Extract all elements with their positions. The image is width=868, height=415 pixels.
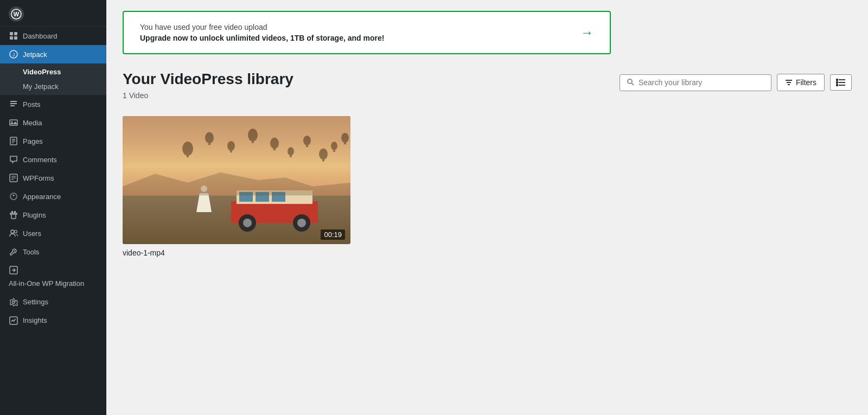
sidebar-header: W xyxy=(0,0,106,27)
library-header: Your VideoPress library 1 Video xyxy=(123,71,852,100)
svg-rect-33 xyxy=(837,79,838,81)
main-content: You have used your free video upload Upg… xyxy=(106,0,868,415)
pages-label: Pages xyxy=(23,137,43,145)
banner-line2: Upgrade now to unlock unlimited videos, … xyxy=(140,34,384,42)
banner-line1: You have used your free video upload xyxy=(140,23,384,31)
upgrade-banner-text: You have used your free video upload Upg… xyxy=(140,23,384,42)
library-title: Your VideoPress library xyxy=(123,71,293,88)
wpforms-label: WPForms xyxy=(23,174,54,182)
insights-icon xyxy=(9,316,18,325)
video-name: video-1-mp4 xyxy=(123,248,350,257)
jetpack-label: Jetpack xyxy=(23,50,47,59)
users-icon xyxy=(9,228,18,238)
svg-point-21 xyxy=(15,231,17,233)
video-thumbnail-canvas xyxy=(123,116,350,244)
video-card[interactable]: 00:19 video-1-mp4 xyxy=(123,116,350,257)
svg-rect-4 xyxy=(10,36,13,40)
nav-tools[interactable]: Tools xyxy=(0,242,106,261)
search-input[interactable] xyxy=(639,78,764,87)
search-box[interactable] xyxy=(620,74,771,91)
svg-point-20 xyxy=(11,230,14,233)
svg-rect-5 xyxy=(14,36,17,40)
nav-all-in-one[interactable]: All-in-One WP Migration xyxy=(0,261,106,293)
media-icon xyxy=(9,118,18,127)
svg-rect-34 xyxy=(837,82,838,84)
filters-button[interactable]: Filters xyxy=(777,74,825,91)
nav-posts[interactable]: Posts xyxy=(0,95,106,113)
view-toggle-button[interactable] xyxy=(830,74,852,91)
insights-label: Insights xyxy=(23,316,47,324)
nav-videopress[interactable]: VideoPress xyxy=(0,65,106,79)
plugins-label: Plugins xyxy=(23,211,46,219)
dashboard-icon xyxy=(9,31,18,41)
settings-label: Settings xyxy=(23,298,48,306)
nav-users[interactable]: Users xyxy=(0,224,106,242)
svg-rect-3 xyxy=(14,32,17,35)
nav-plugins[interactable]: Plugins xyxy=(0,206,106,224)
sidebar: W Dashboard J Jetpack VideoPress My Jetp… xyxy=(0,0,106,415)
library-count: 1 Video xyxy=(123,91,293,100)
nav-wpforms[interactable]: WPForms xyxy=(0,169,106,187)
nav-comments[interactable]: Comments xyxy=(0,150,106,169)
svg-rect-2 xyxy=(10,32,13,35)
list-view-icon xyxy=(836,79,846,86)
media-label: Media xyxy=(23,119,42,127)
filters-label: Filters xyxy=(796,78,816,87)
svg-point-22 xyxy=(14,250,15,251)
video-duration: 00:19 xyxy=(321,229,345,240)
svg-rect-8 xyxy=(10,120,17,125)
posts-icon xyxy=(9,99,18,109)
nav-settings[interactable]: Settings xyxy=(0,293,106,311)
dashboard-label: Dashboard xyxy=(23,32,58,40)
my-jetpack-label: My Jetpack xyxy=(23,82,59,91)
all-in-one-icon xyxy=(9,265,18,275)
users-label: Users xyxy=(23,229,41,238)
svg-line-26 xyxy=(631,83,634,85)
appearance-label: Appearance xyxy=(23,193,61,201)
nav-media[interactable]: Media xyxy=(0,113,106,132)
videopress-label: VideoPress xyxy=(23,68,61,76)
banner-arrow[interactable]: → xyxy=(580,25,593,40)
library-title-group: Your VideoPress library 1 Video xyxy=(123,71,293,100)
nav-appearance[interactable]: Appearance xyxy=(0,187,106,206)
pages-icon xyxy=(9,136,18,146)
library-controls: Filters xyxy=(620,74,852,91)
upgrade-banner[interactable]: You have used your free video upload Upg… xyxy=(123,11,611,54)
plugins-icon xyxy=(9,210,18,220)
nav-jetpack[interactable]: J Jetpack xyxy=(0,45,106,63)
svg-point-25 xyxy=(628,79,632,84)
posts-label: Posts xyxy=(23,100,41,108)
filter-icon xyxy=(785,79,793,86)
videopress-submenu: VideoPress My Jetpack xyxy=(0,63,106,95)
jetpack-icon: J xyxy=(9,49,18,59)
svg-rect-35 xyxy=(837,85,838,86)
comments-label: Comments xyxy=(23,156,57,164)
svg-text:W: W xyxy=(14,11,20,17)
tools-label: Tools xyxy=(23,248,39,256)
video-thumbnail-wrapper[interactable]: 00:19 xyxy=(123,116,350,244)
search-icon xyxy=(627,78,634,87)
nav-my-jetpack[interactable]: My Jetpack xyxy=(0,79,106,94)
wpforms-icon xyxy=(9,173,18,183)
appearance-icon xyxy=(9,191,18,201)
settings-icon xyxy=(9,297,18,307)
video-grid: 00:19 video-1-mp4 xyxy=(123,116,852,257)
nav-dashboard[interactable]: Dashboard xyxy=(0,27,106,45)
all-in-one-label: All-in-One WP Migration xyxy=(9,279,84,289)
comments-icon xyxy=(9,155,18,164)
tools-icon xyxy=(9,247,18,257)
wp-logo-icon: W xyxy=(9,7,24,22)
nav-insights[interactable]: Insights xyxy=(0,311,106,330)
svg-text:J: J xyxy=(12,52,15,58)
nav-pages[interactable]: Pages xyxy=(0,132,106,150)
